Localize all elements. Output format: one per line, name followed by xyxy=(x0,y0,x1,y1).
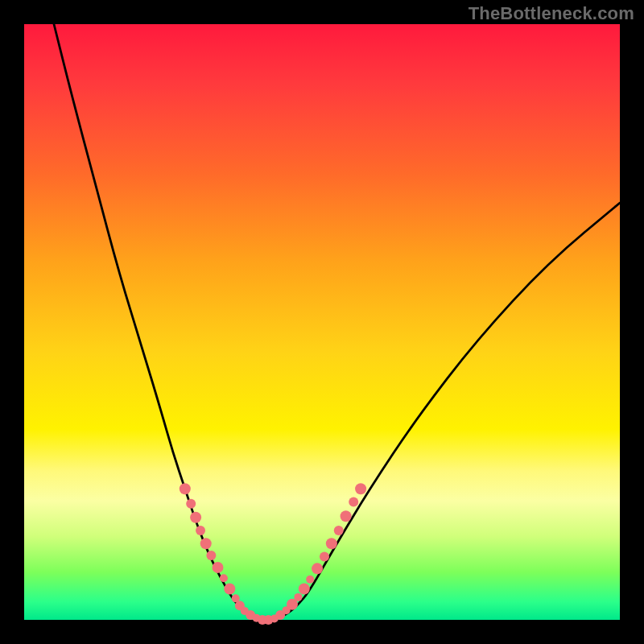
data-marker xyxy=(213,562,224,573)
data-marker xyxy=(294,593,302,601)
data-marker xyxy=(200,538,212,549)
data-marker xyxy=(312,563,323,574)
plot-area xyxy=(24,24,620,620)
watermark-text: TheBottleneck.com xyxy=(469,3,634,24)
data-marker xyxy=(224,584,235,595)
data-marker xyxy=(349,497,358,506)
chart-frame: TheBottleneck.com xyxy=(0,0,644,644)
data-marker xyxy=(299,584,310,595)
data-marker xyxy=(334,526,344,535)
data-marker xyxy=(206,551,216,560)
curve-layer xyxy=(24,24,620,620)
data-marker xyxy=(341,510,352,522)
data-marker xyxy=(190,512,201,523)
data-marker xyxy=(355,483,366,494)
data-marker xyxy=(320,552,329,562)
data-marker xyxy=(196,526,205,535)
marker-group xyxy=(180,483,366,625)
data-marker xyxy=(220,574,228,582)
data-marker xyxy=(306,576,314,584)
data-marker xyxy=(186,499,196,509)
data-marker xyxy=(326,538,337,549)
data-marker xyxy=(180,483,191,494)
